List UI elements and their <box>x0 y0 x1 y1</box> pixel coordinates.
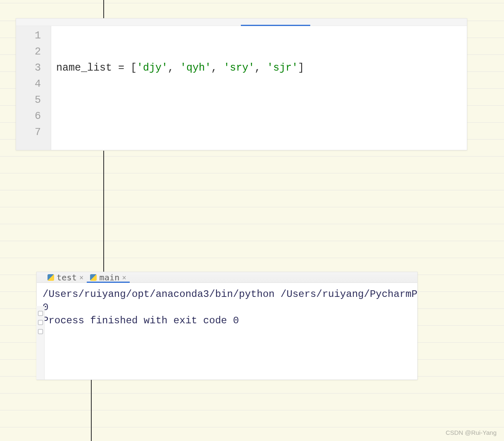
line-number: 7 <box>16 124 41 140</box>
console-tab-bar: test × main × <box>37 272 417 283</box>
bracket: ] <box>298 62 304 74</box>
console-line: /Users/ruiyang/opt/anaconda3/bin/python … <box>43 288 411 301</box>
watermark-text: CSDN @Rui-Yang <box>446 429 497 436</box>
comma: , <box>168 62 180 74</box>
console-line: 0 <box>43 301 411 314</box>
code-area[interactable]: name_list = ['djy', 'qyh', 'sry', 'sjr']… <box>51 26 467 150</box>
python-file-icon <box>90 274 97 281</box>
line-number: 3 <box>16 60 41 76</box>
line-number: 2 <box>16 44 41 60</box>
run-console-window: test × main × /Users/ruiyang/opt/anacond… <box>36 272 418 380</box>
vertical-marker-bottom <box>91 380 92 441</box>
console-toolbar <box>36 306 45 379</box>
vertical-marker-mid <box>103 151 104 273</box>
console-tab-main[interactable]: main × <box>87 272 129 282</box>
string-literal: 'sjr' <box>267 62 298 74</box>
console-tab-test[interactable]: test × <box>44 272 87 282</box>
active-tab-underline <box>241 25 310 26</box>
line-number: 4 <box>16 76 41 92</box>
editor-body: 1 2 3 4 5 6 7 name_list = ['djy', 'qyh',… <box>16 26 467 150</box>
comma: , <box>254 62 267 74</box>
code-editor-window: 1 2 3 4 5 6 7 name_list = ['djy', 'qyh',… <box>16 18 467 150</box>
string-literal: 'djy' <box>137 62 168 74</box>
string-literal: 'qyh' <box>180 62 211 74</box>
line-number-gutter: 1 2 3 4 5 6 7 <box>16 26 51 150</box>
tab-label: main <box>99 273 119 282</box>
code-line-2[interactable] <box>56 108 467 124</box>
editor-tab-bar <box>16 19 467 26</box>
operator: = <box>112 62 131 74</box>
console-output[interactable]: /Users/ruiyang/opt/anaconda3/bin/python … <box>37 283 417 332</box>
identifier: name_list <box>56 62 112 74</box>
close-icon[interactable]: × <box>122 273 126 282</box>
toolbar-icon[interactable] <box>38 329 43 334</box>
line-number: 6 <box>16 108 41 124</box>
console-line: Process finished with exit code 0 <box>43 314 411 327</box>
python-file-icon <box>48 274 54 281</box>
close-icon[interactable]: × <box>79 273 83 282</box>
comma: , <box>211 62 223 74</box>
toolbar-icon[interactable] <box>38 311 43 316</box>
string-literal: 'sry' <box>223 62 254 74</box>
tab-label: test <box>57 273 77 282</box>
line-number: 5 <box>16 92 41 108</box>
toolbar-icon[interactable] <box>38 320 43 325</box>
line-number: 1 <box>16 28 41 44</box>
code-line-1[interactable]: name_list = ['djy', 'qyh', 'sry', 'sjr'] <box>56 60 467 76</box>
bracket: [ <box>131 62 137 74</box>
